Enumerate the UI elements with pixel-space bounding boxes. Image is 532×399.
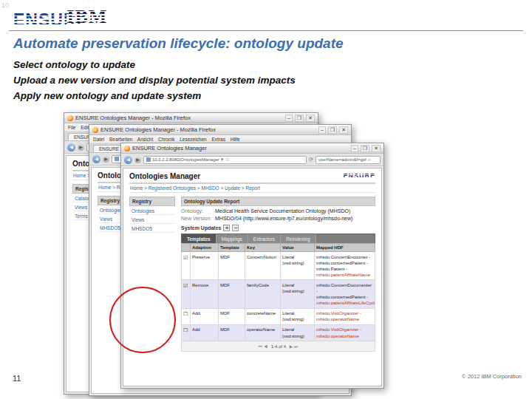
field-ontology: Ontology: Medical Health Service Documen… xyxy=(181,208,375,214)
cell-adaption: Preserve xyxy=(191,252,219,280)
report-header: Ontology Update Report xyxy=(181,197,375,206)
cell-mapped: mhsdo:VisitOrganizer - mhsdo:operatorNam… xyxy=(315,324,375,341)
cell-key: familyCode xyxy=(245,280,281,308)
table-row: ☐ Add MDF operatorName Literal (xsd:stri… xyxy=(182,324,375,341)
row-checkbox[interactable]: ☐ xyxy=(183,311,188,316)
forward-button[interactable]: ▶ xyxy=(103,156,109,163)
copyright-text: © 2012 IBM Corporation xyxy=(462,373,522,380)
col-template: Template xyxy=(219,244,245,252)
row-checkbox[interactable]: ☑ xyxy=(183,283,188,288)
maximize-button[interactable]: ❐ xyxy=(328,126,337,134)
update-tabs: Templates Mappings Extractors Reindexing xyxy=(181,233,375,243)
bullet-line: Apply new ontology and update system xyxy=(13,89,296,104)
window-title: ENSURE Ontologies Manager - Mozilla Fire… xyxy=(75,115,283,121)
col-adaption: Adaption xyxy=(191,244,219,252)
cell-key: concreteName xyxy=(245,308,281,324)
url-field[interactable]: 10.0.2.2:8080/OntologiesManager ▾ ☆ xyxy=(143,156,307,164)
forward-button[interactable]: ▶ xyxy=(134,157,141,163)
minimize-button[interactable]: – xyxy=(285,115,293,122)
url-text: 10.0.2.2:8080/OntologiesManager xyxy=(152,157,219,162)
window-title: ENSURE Ontologies Manager - Mozilla Fire… xyxy=(100,126,316,133)
cell-key: operatorName xyxy=(245,324,281,341)
col-checkbox xyxy=(182,244,191,252)
cell-template: MDF xyxy=(219,252,245,280)
remove-icon[interactable]: − xyxy=(232,225,239,231)
browser-window-front[interactable]: ENSURE Ontologies Manager – ❐ ✕ ◀ ▶ 10.0… xyxy=(120,143,384,389)
minimize-button[interactable]: – xyxy=(351,145,358,152)
sidebar-item-ontologies[interactable]: Ontologies xyxy=(129,206,175,215)
navigation-bar: ◀ ▶ 10.0.2.2:8080/OntologiesManager ▾ ☆ … xyxy=(121,154,383,166)
mapped-unchanged: mhsdo:ConcernDocumenter - mhsdo:concerne… xyxy=(316,282,373,300)
cell-value: Literal (xsd:string) xyxy=(281,308,315,324)
pager-prev-icon[interactable]: ⏮ ◀ xyxy=(256,344,270,349)
firefox-icon xyxy=(92,127,98,133)
titlebar[interactable]: ENSURE Ontologies Manager - Mozilla Fire… xyxy=(89,125,351,135)
sidebar-header: Registry xyxy=(129,197,175,206)
mapped-changed: mhsdo:VisitOrganizer - mhsdo:operatorNam… xyxy=(316,327,373,338)
tab-reindexing[interactable]: Reindexing xyxy=(281,234,316,243)
sidebar-item-views[interactable]: Views xyxy=(129,215,175,224)
dropdown-icon[interactable]: ▾ xyxy=(221,157,224,163)
app-title: Ontologies Manager xyxy=(129,172,200,180)
corner-mark: 10 xyxy=(1,1,9,9)
mapped-changed: mhsdo:VisitOrganizer - mhsdo:operatorNam… xyxy=(316,310,373,322)
firefox-icon xyxy=(124,146,130,151)
minimize-button[interactable]: – xyxy=(318,126,326,134)
reload-icon[interactable]: ⟳ xyxy=(309,157,313,163)
close-button[interactable]: ✕ xyxy=(306,115,315,122)
cell-value: Literal (xsd:string) xyxy=(281,324,315,341)
cell-template: MDF xyxy=(219,308,245,324)
cell-value: Literal (xsd:string) xyxy=(281,280,315,308)
field-new-version: New Version: MHSDO/04 (http://www.ensure… xyxy=(181,216,375,221)
bullet-line: Upload a new version and display potenti… xyxy=(13,73,296,89)
mapped-changed: mhsdo:patientAffiliateName xyxy=(316,272,373,278)
maximize-button[interactable]: ❐ xyxy=(361,145,369,152)
table-pagination: ⏮ ◀ 1-4 of 4 ▶ ⏭ xyxy=(181,341,375,352)
table-row: ☑ Preserve MDF ConcernNotion Literal (xs… xyxy=(182,252,375,280)
tab-mappings[interactable]: Mappings xyxy=(216,234,248,243)
titlebar[interactable]: ENSURE Ontologies Manager – ❐ ✕ xyxy=(121,143,383,154)
cell-adaption: Add xyxy=(191,324,219,341)
sidebar-item-mhsdo5[interactable]: MHSDO5 xyxy=(129,224,175,233)
cell-mapped: mhsdo:VisitOrganizer - mhsdo:operatorNam… xyxy=(315,308,375,324)
firefox-icon xyxy=(67,115,73,121)
cell-mapped: mhsdo:ConcernEncounter - mhsdo:concerned… xyxy=(315,252,375,280)
maximize-button[interactable]: ❐ xyxy=(295,115,304,122)
magnifier-icon[interactable]: ⌕ xyxy=(368,157,371,163)
site-favicon xyxy=(115,157,119,161)
tab-extractors[interactable]: Extractors xyxy=(248,234,281,243)
back-button[interactable]: ◀ xyxy=(92,155,100,163)
breadcrumb[interactable]: Home > Registered Ontologies > MHSDO > U… xyxy=(129,183,375,193)
col-key: Key xyxy=(245,244,281,252)
row-checkbox[interactable]: ☑ xyxy=(183,255,188,260)
window-title: ENSURE Ontologies Manager xyxy=(132,145,349,151)
ibm-logo: IBM xyxy=(66,6,107,28)
ensure-app-logo: ENSURE xyxy=(343,172,375,180)
mapped-unchanged: mhsdo:ConcernEncounter - mhsdo:concerned… xyxy=(316,254,373,272)
add-icon[interactable]: + xyxy=(223,225,230,231)
forward-button[interactable]: ▶ xyxy=(78,144,84,151)
bookmark-star-icon[interactable]: ☆ xyxy=(225,157,229,163)
cell-mapped: mhsdo:ConcernDocumenter - mhsdo:concerne… xyxy=(315,280,375,308)
slide-title: Automate preservation lifecycle: ontolog… xyxy=(13,35,344,52)
bullet-line: Select ontology to update xyxy=(13,58,296,73)
header-divider xyxy=(9,30,523,31)
field-label: Ontology: xyxy=(181,208,215,214)
cell-adaption: Remove xyxy=(191,280,219,308)
titlebar[interactable]: ENSURE Ontologies Manager - Mozilla Fire… xyxy=(64,113,318,123)
mapped-changed: mhsdo:patientAffiliateLifeCycle xyxy=(316,300,373,306)
row-checkbox[interactable]: ☐ xyxy=(183,327,188,332)
close-button[interactable]: ✕ xyxy=(372,145,381,152)
col-value: Value xyxy=(281,244,315,252)
tab-templates[interactable]: Templates xyxy=(182,234,216,243)
table-row: ☐ Add MDF concreteName Literal (xsd:stri… xyxy=(182,308,375,324)
system-updates-label: System Updates xyxy=(181,225,221,231)
close-button[interactable]: ✕ xyxy=(339,126,348,134)
back-button[interactable]: ◀ xyxy=(67,143,75,151)
search-field[interactable]: userName=admin&f=gsf ⌕ xyxy=(316,156,381,164)
updates-table: Adaption Template Key Value Mapped HDF ☑… xyxy=(181,243,375,341)
back-button[interactable]: ◀ xyxy=(124,156,132,164)
slide-bullets: Select ontology to update Upload a new v… xyxy=(13,58,296,104)
pager-next-icon[interactable]: ▶ ⏭ xyxy=(287,344,301,349)
cell-key: ConcernNotion xyxy=(245,252,281,280)
